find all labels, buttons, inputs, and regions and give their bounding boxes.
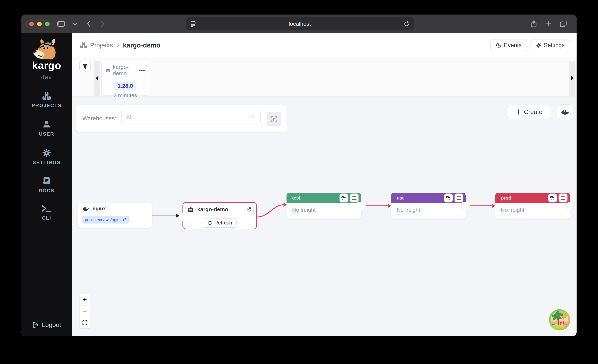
stage-customization-button[interactable] [267, 112, 281, 127]
freight-truck-button[interactable] [444, 194, 453, 202]
stage-collapse-chip[interactable] [565, 202, 573, 210]
pipeline-canvas[interactable]: Warehouses: All [72, 97, 577, 336]
traffic-lights [29, 22, 50, 26]
fit-view-button[interactable] [80, 317, 90, 328]
refresh-button[interactable]: Refresh [203, 218, 237, 228]
stage-header: uat [391, 193, 466, 203]
freight-card[interactable]: kargo-demo ••• 1.28.0 2 minutes [101, 61, 149, 96]
new-tab-icon[interactable] [545, 21, 551, 27]
sidebar-item-label: USER [39, 131, 54, 137]
env-label: dev [41, 74, 52, 81]
url-text: localhost [289, 21, 311, 27]
repo-link-text: public.ecr.aws/nginx [85, 217, 122, 222]
timeline-scroll-left[interactable] [94, 61, 100, 96]
breadcrumb-separator-icon [116, 43, 120, 48]
timeline-scroll-right[interactable] [569, 61, 575, 96]
back-icon[interactable] [87, 20, 91, 27]
island-logo-icon [548, 309, 571, 331]
book-icon [42, 177, 51, 185]
stage-freight-status: No freight [495, 203, 570, 213]
zoom-in-button[interactable]: + [80, 294, 90, 306]
menu-icon [352, 196, 357, 200]
warehouses-select[interactable]: All [121, 110, 261, 124]
zoom-out-button[interactable]: − [80, 306, 90, 317]
warehouses-select-value: All [126, 114, 132, 121]
warehouse-collapse-chip[interactable]: − [179, 213, 187, 221]
freight-timeline: kargo-demo ••• 1.28.0 2 minutes [72, 57, 577, 97]
stage-freight-status: No freight [287, 203, 361, 213]
forward-icon[interactable] [100, 20, 105, 27]
stage-collapse-chip[interactable]: − [461, 202, 469, 210]
breadcrumb-current: kargo-demo [123, 41, 160, 49]
titlebar-divider [69, 20, 69, 28]
warehouses-panel: Warehouses: All [76, 105, 287, 132]
truck-icon [341, 196, 346, 200]
stage-name: prod [501, 195, 546, 201]
kargo-wordmark: kargo [32, 59, 61, 71]
logout-label: Logout [42, 321, 61, 328]
sidebar-item-label: PROJECTS [32, 103, 61, 108]
warehouses-label: Warehouses: [82, 115, 116, 122]
sidebar-toggle-icon[interactable] [58, 21, 65, 27]
warehouse-icon [106, 68, 110, 73]
freight-truck-button[interactable] [340, 194, 348, 202]
chevron-down-icon [251, 115, 256, 119]
minimize-window-icon[interactable] [37, 22, 42, 26]
repo-node-nginx[interactable]: nginx public.ecr.aws/nginx [78, 203, 152, 228]
gear-icon [42, 148, 51, 157]
repo-link[interactable]: public.ecr.aws/nginx [82, 216, 130, 224]
filter-button[interactable] [79, 61, 91, 72]
sidebar-item-label: CLI [42, 215, 51, 221]
kargo-logo[interactable] [30, 38, 63, 61]
sidebar-item-docs[interactable]: DOCS [39, 177, 54, 194]
truck-icon [550, 196, 555, 200]
freight-version-badge[interactable]: 1.28.0 [114, 81, 136, 90]
warehouse-node[interactable]: − kargo-demo [183, 202, 257, 229]
freight-card-menu[interactable]: ••• [139, 67, 145, 73]
user-icon [42, 120, 51, 129]
tab-overview-icon[interactable] [560, 20, 567, 27]
address-bar[interactable]: localhost [186, 17, 414, 30]
sidebar-item-settings[interactable]: SETTINGS [33, 148, 61, 165]
stage-node-uat[interactable]: uat No freight − [391, 193, 466, 218]
stage-node-test[interactable]: test No freight − [287, 193, 361, 218]
stage-node-prod[interactable]: prod No freight [495, 193, 570, 218]
menu-icon [457, 196, 461, 200]
breadcrumb-projects[interactable]: Projects [90, 41, 113, 49]
logout-button[interactable]: Logout [21, 321, 72, 328]
plus-icon [516, 109, 521, 115]
page-settings-icon[interactable] [190, 21, 196, 27]
warehouse-open-button[interactable] [244, 204, 254, 214]
island-badge[interactable] [548, 309, 571, 331]
sidebar-item-user[interactable]: USER [39, 120, 54, 137]
share-icon[interactable] [531, 20, 537, 27]
events-button[interactable]: Events [490, 39, 527, 51]
tab-group-chevron-icon[interactable] [73, 22, 77, 25]
collapse-right-icon [571, 76, 574, 81]
stage-menu-button[interactable] [559, 194, 567, 202]
terminal-icon [42, 205, 52, 212]
create-label: Create [524, 108, 542, 115]
refresh-label: Refresh [214, 220, 232, 226]
docker-icon [561, 109, 569, 115]
collapse-left-icon [95, 76, 98, 81]
docker-images-button[interactable] [557, 104, 573, 120]
sidebar-item-projects[interactable]: PROJECTS [32, 92, 61, 108]
gear-icon [536, 43, 541, 48]
settings-button[interactable]: Settings [531, 39, 570, 51]
close-window-icon[interactable] [29, 22, 34, 26]
reload-icon[interactable] [404, 21, 409, 27]
stage-menu-button[interactable] [350, 194, 358, 202]
warehouse-name: kargo-demo [197, 206, 241, 212]
zoom-controls: + − [80, 294, 90, 328]
repo-name: nginx [92, 206, 106, 212]
stage-menu-button[interactable] [455, 194, 463, 202]
sidebar-item-label: DOCS [39, 188, 54, 194]
sidebar-item-cli[interactable]: CLI [42, 205, 52, 221]
maximize-window-icon[interactable] [45, 22, 50, 26]
logout-icon [32, 322, 39, 328]
create-button[interactable]: Create [507, 105, 551, 119]
truck-icon [446, 196, 451, 200]
stage-collapse-chip[interactable]: − [357, 202, 365, 210]
freight-truck-button[interactable] [548, 194, 557, 202]
